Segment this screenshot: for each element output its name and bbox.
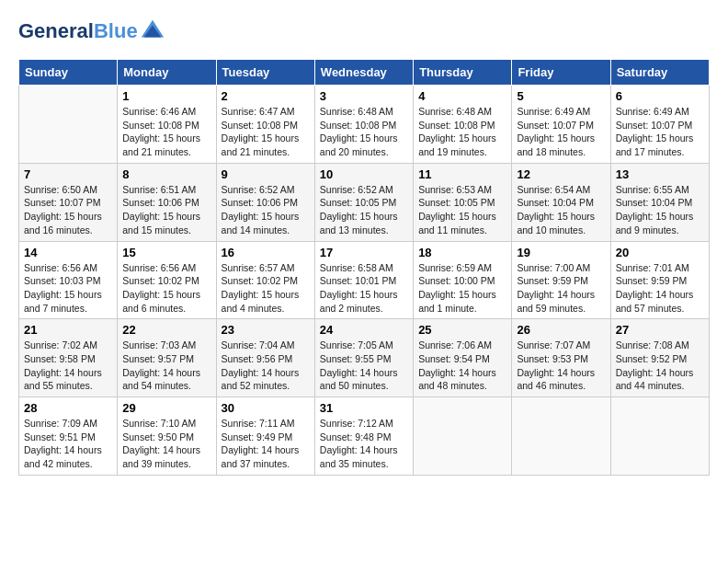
day-info: Sunrise: 7:08 AM Sunset: 9:52 PM Dayligh… [616,339,704,393]
day-number: 17 [320,246,408,259]
calendar-cell-w1d6: 13Sunrise: 6:55 AM Sunset: 10:04 PM Dayl… [610,163,709,241]
day-number: 6 [616,89,704,103]
page-header: GeneralBlue [18,18,710,44]
day-number: 5 [517,89,605,103]
calendar-cell-w3d2: 23Sunrise: 7:04 AM Sunset: 9:56 PM Dayli… [216,319,314,397]
day-number: 4 [418,89,506,103]
day-info: Sunrise: 6:48 AM Sunset: 10:08 PM Daylig… [320,105,408,159]
day-info: Sunrise: 7:12 AM Sunset: 9:48 PM Dayligh… [320,417,408,471]
day-info: Sunrise: 6:49 AM Sunset: 10:07 PM Daylig… [517,105,605,159]
calendar-cell-w3d1: 22Sunrise: 7:03 AM Sunset: 9:57 PM Dayli… [118,319,216,397]
day-number: 23 [222,323,310,337]
calendar-cell-w2d3: 17Sunrise: 6:58 AM Sunset: 10:01 PM Dayl… [314,241,413,319]
day-number: 3 [320,89,408,103]
day-number: 22 [122,323,210,337]
calendar-cell-w4d2: 30Sunrise: 7:11 AM Sunset: 9:49 PM Dayli… [216,397,314,476]
day-info: Sunrise: 6:53 AM Sunset: 10:05 PM Daylig… [418,183,506,237]
day-number: 11 [418,167,506,181]
calendar-cell-w3d5: 26Sunrise: 7:07 AM Sunset: 9:53 PM Dayli… [512,319,610,397]
day-info: Sunrise: 7:10 AM Sunset: 9:50 PM Dayligh… [122,417,210,471]
calendar-cell-w1d2: 9Sunrise: 6:52 AM Sunset: 10:06 PM Dayli… [216,163,314,241]
calendar-cell-w1d3: 10Sunrise: 6:52 AM Sunset: 10:05 PM Dayl… [314,163,413,241]
calendar-cell-w0d0 [19,86,118,164]
day-info: Sunrise: 6:48 AM Sunset: 10:08 PM Daylig… [418,105,506,159]
day-number: 21 [24,323,112,337]
calendar-cell-w1d5: 12Sunrise: 6:54 AM Sunset: 10:04 PM Dayl… [512,163,610,241]
day-number: 16 [222,246,310,259]
day-info: Sunrise: 6:55 AM Sunset: 10:04 PM Daylig… [616,183,704,237]
day-info: Sunrise: 6:59 AM Sunset: 10:00 PM Daylig… [418,261,506,316]
calendar-cell-w0d4: 4Sunrise: 6:48 AM Sunset: 10:08 PM Dayli… [414,86,512,164]
calendar-cell-w0d3: 3Sunrise: 6:48 AM Sunset: 10:08 PM Dayli… [314,86,413,164]
day-info: Sunrise: 6:47 AM Sunset: 10:08 PM Daylig… [222,105,310,159]
day-info: Sunrise: 7:07 AM Sunset: 9:53 PM Dayligh… [517,339,605,393]
calendar-cell-w3d6: 27Sunrise: 7:08 AM Sunset: 9:52 PM Dayli… [610,319,709,397]
day-info: Sunrise: 7:03 AM Sunset: 9:57 PM Dayligh… [122,339,210,393]
day-number: 28 [24,401,112,415]
day-info: Sunrise: 7:11 AM Sunset: 9:49 PM Dayligh… [222,417,310,471]
day-info: Sunrise: 7:05 AM Sunset: 9:55 PM Dayligh… [320,339,408,393]
day-number: 24 [320,323,408,337]
calendar-cell-w0d1: 1Sunrise: 6:46 AM Sunset: 10:08 PM Dayli… [118,86,216,164]
day-number: 25 [418,323,506,337]
calendar-cell-w2d1: 15Sunrise: 6:56 AM Sunset: 10:02 PM Dayl… [118,241,216,319]
logo: GeneralBlue [18,18,165,44]
day-info: Sunrise: 6:49 AM Sunset: 10:07 PM Daylig… [616,105,704,159]
weekday-header-tuesday: Tuesday [216,60,314,86]
day-number: 9 [222,167,310,181]
day-number: 10 [320,167,408,181]
day-number: 30 [222,401,310,415]
day-info: Sunrise: 7:01 AM Sunset: 9:59 PM Dayligh… [616,261,704,316]
calendar-cell-w4d1: 29Sunrise: 7:10 AM Sunset: 9:50 PM Dayli… [118,397,216,476]
calendar-cell-w4d5 [512,397,610,476]
day-info: Sunrise: 7:04 AM Sunset: 9:56 PM Dayligh… [222,339,310,393]
day-number: 14 [24,246,112,259]
logo-icon [140,18,165,44]
calendar-cell-w0d5: 5Sunrise: 6:49 AM Sunset: 10:07 PM Dayli… [512,86,610,164]
calendar-cell-w0d6: 6Sunrise: 6:49 AM Sunset: 10:07 PM Dayli… [610,86,709,164]
calendar-cell-w2d5: 19Sunrise: 7:00 AM Sunset: 9:59 PM Dayli… [512,241,610,319]
day-info: Sunrise: 6:58 AM Sunset: 10:01 PM Daylig… [320,261,408,316]
day-number: 2 [222,89,310,103]
day-number: 19 [517,246,605,259]
calendar-table: SundayMondayTuesdayWednesdayThursdayFrid… [18,59,710,476]
day-number: 7 [24,167,112,181]
calendar-cell-w0d2: 2Sunrise: 6:47 AM Sunset: 10:08 PM Dayli… [216,86,314,164]
day-number: 26 [517,323,605,337]
day-info: Sunrise: 6:57 AM Sunset: 10:02 PM Daylig… [222,261,310,316]
day-number: 1 [122,89,210,103]
calendar-cell-w4d3: 31Sunrise: 7:12 AM Sunset: 9:48 PM Dayli… [314,397,413,476]
weekday-header-thursday: Thursday [414,60,512,86]
day-info: Sunrise: 7:00 AM Sunset: 9:59 PM Dayligh… [517,261,605,316]
day-number: 20 [616,246,704,259]
day-number: 15 [122,246,210,259]
calendar-cell-w4d6 [610,397,709,476]
day-number: 27 [616,323,704,337]
day-info: Sunrise: 6:52 AM Sunset: 10:06 PM Daylig… [222,183,310,237]
day-number: 8 [122,167,210,181]
weekday-header-saturday: Saturday [610,60,709,86]
logo-text: GeneralBlue [18,20,138,42]
calendar-cell-w2d6: 20Sunrise: 7:01 AM Sunset: 9:59 PM Dayli… [610,241,709,319]
day-info: Sunrise: 6:46 AM Sunset: 10:08 PM Daylig… [122,105,210,159]
day-info: Sunrise: 6:56 AM Sunset: 10:03 PM Daylig… [24,261,112,316]
calendar-cell-w4d0: 28Sunrise: 7:09 AM Sunset: 9:51 PM Dayli… [19,397,118,476]
day-info: Sunrise: 6:54 AM Sunset: 10:04 PM Daylig… [517,183,605,237]
calendar-cell-w1d1: 8Sunrise: 6:51 AM Sunset: 10:06 PM Dayli… [118,163,216,241]
day-info: Sunrise: 6:50 AM Sunset: 10:07 PM Daylig… [24,183,112,237]
day-number: 13 [616,167,704,181]
weekday-header-sunday: Sunday [19,60,118,86]
weekday-header-wednesday: Wednesday [314,60,413,86]
day-number: 18 [418,246,506,259]
day-number: 29 [122,401,210,415]
day-info: Sunrise: 7:06 AM Sunset: 9:54 PM Dayligh… [418,339,506,393]
day-info: Sunrise: 6:52 AM Sunset: 10:05 PM Daylig… [320,183,408,237]
day-info: Sunrise: 7:09 AM Sunset: 9:51 PM Dayligh… [24,417,112,471]
day-number: 31 [320,401,408,415]
calendar-cell-w2d4: 18Sunrise: 6:59 AM Sunset: 10:00 PM Dayl… [414,241,512,319]
calendar-cell-w3d0: 21Sunrise: 7:02 AM Sunset: 9:58 PM Dayli… [19,319,118,397]
calendar-cell-w2d0: 14Sunrise: 6:56 AM Sunset: 10:03 PM Dayl… [19,241,118,319]
calendar-cell-w4d4 [414,397,512,476]
calendar-cell-w1d0: 7Sunrise: 6:50 AM Sunset: 10:07 PM Dayli… [19,163,118,241]
weekday-header-monday: Monday [118,60,216,86]
